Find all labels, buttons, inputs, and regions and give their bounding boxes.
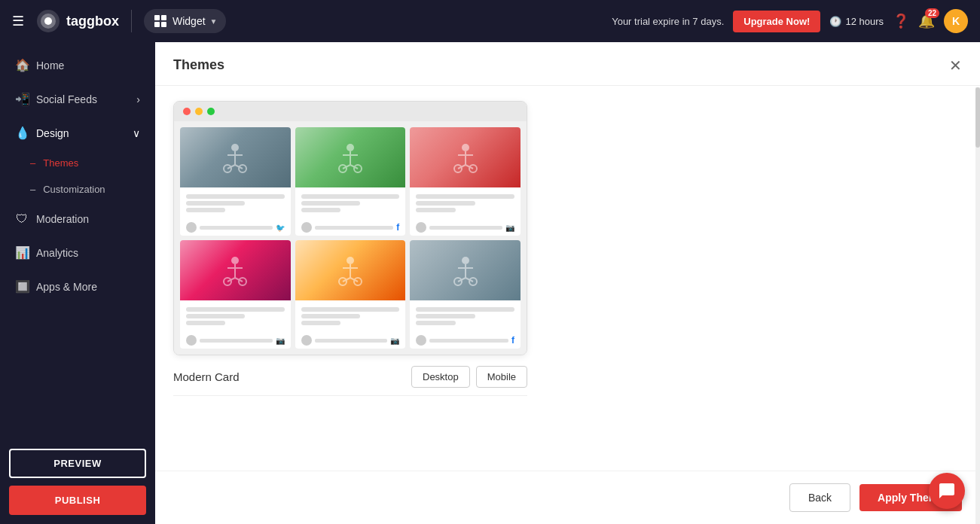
widget-chevron-icon: ▼ [210,17,218,26]
card-text-line [301,314,360,318]
sidebar-nav: 🏠 Home 📲 Social Feeds › 💧 Design ∨ – The… [0,42,155,440]
svg-rect-6 [161,22,166,27]
card-footer: f [410,332,521,349]
card-body [410,187,521,219]
taggbox-logo-icon [36,9,60,33]
sidebar-item-moderation[interactable]: 🛡 Moderation [0,203,155,236]
card-footer: 📷 [180,332,291,349]
upgrade-button[interactable]: Upgrade Now! [733,11,820,32]
sidebar-item-home[interactable]: 🏠 Home [0,48,155,82]
widget-icon [153,14,168,29]
close-button[interactable]: ✕ [949,58,962,73]
card-name [429,339,508,343]
sidebar-item-design[interactable]: 💧 Design ∨ [0,116,155,150]
card-image-2 [295,127,406,187]
moderation-icon: 🛡 [15,212,29,226]
card-text-line [186,208,225,212]
card-text-line [186,314,245,318]
card-name [315,339,388,343]
publish-button[interactable]: PUBLISH [9,486,146,515]
scrollbar-thumb[interactable] [975,87,980,148]
back-button[interactable]: Back [789,483,850,512]
svg-point-14 [347,144,354,151]
social-feeds-icon: 📲 [15,92,29,106]
sidebar-analytics-label: Analytics [36,247,78,259]
instagram-icon: 📷 [390,337,399,345]
svg-point-2 [44,17,52,25]
notification-count: 22 [925,8,939,18]
card-image-1 [180,127,291,187]
user-avatar[interactable]: K [944,9,968,33]
card-body [180,300,291,332]
notification-bell[interactable]: 🔔 22 [918,13,935,29]
sidebar-sub-item-themes[interactable]: – Themes [0,150,155,176]
card-footer: f [295,219,406,236]
card-text-line [301,201,360,206]
customization-dash: – [30,184,35,195]
card-image-4 [180,240,291,300]
topbar-divider [131,10,132,32]
widget-label: Widget [172,15,206,27]
desktop-view-button[interactable]: Desktop [411,366,470,388]
browser-dot-green [207,108,215,115]
instagram-icon: 📷 [505,224,514,232]
card-body [295,187,406,219]
card-avatar [301,335,312,346]
card-image-5 [295,240,406,300]
theme-name: Modern Card [173,370,411,383]
sidebar-apps-label: Apps & More [36,281,97,293]
sidebar-customization-label: Customization [43,184,105,195]
logo-text: taggbox [66,14,119,29]
chat-icon [938,482,956,500]
hamburger-icon[interactable]: ☰ [12,13,24,29]
themes-dash: – [30,157,35,169]
card-text-line [416,307,514,312]
table-row: 🐦 [180,127,291,236]
card-name [429,226,502,230]
clock-icon: 🕐 [829,16,841,27]
action-row: Back Apply Theme [155,471,980,524]
card-text-line [416,208,455,212]
logo: taggbox [36,9,119,33]
card-text-line [186,307,285,312]
table-row: f [295,127,406,236]
card-text-line [416,321,455,325]
card-avatar [186,222,197,233]
card-avatar [301,222,312,233]
avatar-letter: K [952,15,960,27]
card-avatar [186,335,197,346]
facebook-icon: f [396,222,399,233]
design-icon: 💧 [15,126,29,140]
card-body [295,300,406,332]
sidebar-item-social-feeds[interactable]: 📲 Social Feeds › [0,82,155,116]
svg-rect-4 [161,15,166,20]
twitter-icon: 🐦 [276,224,285,232]
sidebar-item-analytics[interactable]: 📊 Analytics [0,236,155,270]
content-area: Themes ✕ [155,42,980,524]
chat-support-button[interactable] [929,473,965,509]
sidebar-sub-item-customization[interactable]: – Customization [0,176,155,203]
card-text-line [416,201,475,206]
card-avatar [416,222,426,233]
scrollbar-track[interactable] [975,87,980,524]
sidebar: 🏠 Home 📲 Social Feeds › 💧 Design ∨ – The… [0,42,155,524]
analytics-icon: 📊 [15,245,29,260]
sidebar-bottom: PREVIEW PUBLISH [0,440,155,524]
trial-message: Your trial expire in 7 days. [612,16,724,27]
sidebar-item-apps-more[interactable]: 🔲 Apps & More [0,270,155,303]
svg-point-21 [462,144,469,151]
card-name [200,339,273,343]
widget-selector[interactable]: Widget ▼ [144,9,226,33]
card-text-line [416,194,514,199]
card-text-line [416,314,475,318]
card-image-6 [410,240,521,300]
card-text-line [186,194,285,199]
help-icon[interactable]: ❓ [893,13,909,29]
preview-button[interactable]: PREVIEW [9,449,146,478]
mobile-view-button[interactable]: Mobile [476,366,527,388]
content-header: Themes ✕ [155,42,980,86]
instagram-icon: 📷 [276,337,285,345]
svg-rect-5 [154,22,160,27]
card-body [180,187,291,219]
sidebar-moderation-label: Moderation [36,213,89,225]
